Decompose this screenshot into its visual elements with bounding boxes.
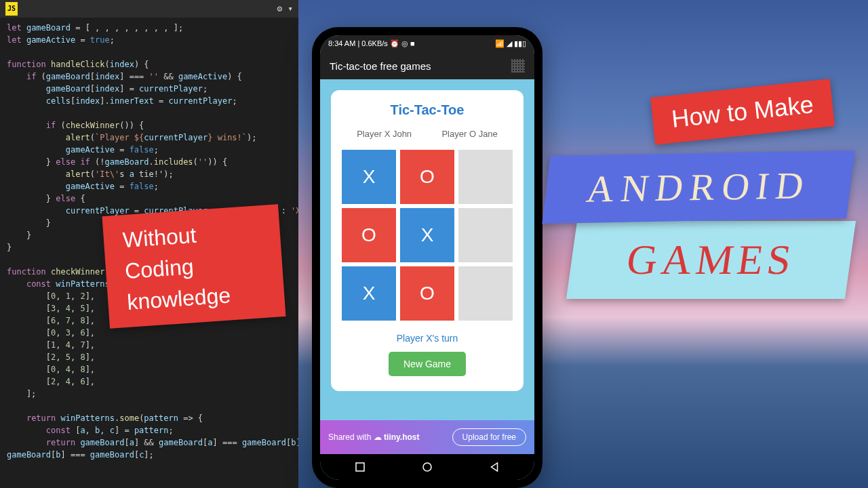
player-o-label: Player O Jane [441, 129, 497, 139]
game-cell[interactable] [458, 208, 513, 262]
game-cell[interactable]: X [342, 266, 396, 321]
phone-screen: 8:34 AM | 0.6KB/s ⏰ ◎ ■ 📶 ◢ ▮▮▯ Tic-tac-… [320, 35, 534, 480]
upload-button[interactable]: Upload for free [452, 428, 526, 446]
game-card: Tic-Tac-Toe Player X John Player O Jane … [331, 90, 524, 391]
status-time: 8:34 AM | 0.6KB/s ⏰ ◎ ■ [328, 39, 415, 48]
players-row: Player X John Player O Jane [342, 129, 513, 139]
svg-point-1 [423, 463, 431, 471]
game-cell[interactable]: X [342, 150, 396, 204]
qr-icon [511, 59, 525, 73]
game-area: Tic-Tac-Toe Player X John Player O Jane … [320, 79, 534, 420]
nav-back-icon[interactable] [488, 461, 500, 473]
status-icons: 📶 ◢ ▮▮▯ [495, 39, 526, 48]
app-title-text: Tic-tac-toe free games [330, 60, 431, 72]
game-cell[interactable]: O [342, 208, 396, 262]
game-grid: XOOXXO [342, 150, 513, 321]
turn-label: Player X's turn [342, 333, 513, 344]
js-file-icon: JS [5, 2, 18, 16]
game-cell[interactable]: X [400, 208, 454, 262]
editor-tab: JS ⚙ ▾ [0, 0, 298, 18]
status-bar: 8:34 AM | 0.6KB/s ⏰ ◎ ■ 📶 ◢ ▮▮▯ [320, 35, 534, 52]
shared-with: Shared with ☁ tiiny.host [328, 432, 420, 442]
nav-recent-icon[interactable] [354, 461, 366, 473]
game-cell[interactable] [458, 150, 513, 204]
nav-home-icon[interactable] [421, 461, 433, 473]
game-cell[interactable] [458, 266, 513, 321]
game-cell[interactable]: O [400, 150, 454, 204]
hosting-bar: Shared with ☁ tiiny.host Upload for free [320, 420, 534, 454]
game-cell[interactable]: O [400, 266, 454, 321]
overlay-android: ANDROID [542, 150, 855, 224]
phone-frame: 8:34 AM | 0.6KB/s ⏰ ◎ ■ 📶 ◢ ▮▮▯ Tic-tac-… [312, 27, 542, 488]
app-title-bar: Tic-tac-toe free games [320, 52, 534, 79]
new-game-button[interactable]: New Game [389, 352, 466, 376]
player-x-label: Player X John [357, 129, 412, 139]
game-title: Tic-Tac-Toe [342, 102, 513, 118]
overlay-without-coding: WithoutCodingknowledge [102, 204, 286, 329]
svg-rect-0 [356, 463, 364, 471]
android-nav-bar [320, 454, 534, 480]
gear-icon: ⚙ ▾ [277, 3, 293, 15]
overlay-games: GAMES [566, 221, 856, 299]
